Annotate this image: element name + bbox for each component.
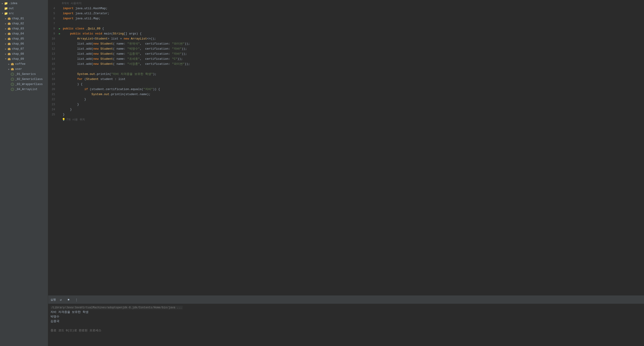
code-line: 12 list.add(new Student( name: "박명수", ce… [48,46,644,52]
line-number: 22 [48,97,57,102]
console-path: /Library/Java/JavaVirtualMachines/adopto… [50,306,183,309]
sidebar-item-src[interactable]: ▼📁src [0,11,48,16]
svg-rect-6 [8,33,10,35]
code-container[interactable]: 0개의 사용위치4import java.util.HashMap;5impor… [48,0,644,295]
code-line: 8▶public class _Quiz_09 { [48,26,644,31]
line-number: 17 [48,72,57,77]
tree-item-label: _03_WrapperClass [15,83,43,86]
tree-arrow-icon [7,73,10,76]
code-line: 16 [48,67,644,72]
line-number: 25 [48,112,57,117]
code-content: } [62,97,644,102]
code-line: 23 } [48,102,644,107]
code-content: list.add(new Student( name: "서장훈", certi… [62,62,644,67]
svg-rect-18 [11,63,14,65]
tree-item-label: chap_06 [12,42,24,46]
more-icon: ⋮ [75,298,78,302]
code-line: 4import java.util.HashMap; [48,6,644,11]
svg-rect-8 [8,38,10,40]
sidebar-item-_03_WrapperClass[interactable]: C_03_WrapperClass [0,82,48,87]
code-line: 21 System.out.println(student.name); [48,92,644,97]
code-line: 24 } [48,107,644,112]
sidebar-item-_04_ArrayList[interactable]: C_04_ArrayList [0,87,48,92]
code-content: import java.util.Iterator; [62,11,644,16]
console-output-line [50,324,642,328]
tree-arrow-icon: ▶ [7,63,10,66]
svg-rect-11 [8,43,10,43]
sidebar-item-chap_09[interactable]: ▼chap_09 [0,57,48,62]
tree-item-label: chap_01 [12,17,24,20]
line-number: 9 [48,31,57,36]
sidebar-item-chap_07[interactable]: ▶chap_07 [0,46,48,52]
code-line: 5import java.util.Iterator; [48,11,644,16]
hint-top-text: 0개의 사용위치 [48,1,82,6]
restart-button[interactable]: ↺ [58,297,64,303]
svg-rect-9 [8,38,10,38]
tree-arrow-icon: ▶ [4,32,7,35]
tree-arrow-icon: ▶ [4,22,7,25]
code-line: 6import java.util.Map; [48,16,644,21]
code-content: list.add(new Student( name: "유재석", certi… [62,41,644,46]
line-number: 14 [48,57,57,62]
code-content: ) { [62,82,644,87]
sidebar-item-chap_03[interactable]: ▶chap_03 [0,26,48,31]
console-output-line: 김종국 [50,319,642,324]
line-number: 19 [48,82,57,87]
sidebar-item-chap_04[interactable]: ▶chap_04 [0,31,48,36]
code-content: System.out.println("자바 자격증을 보유한 학생"); [62,72,644,77]
console-output-line: 종료 코드 0(으)로 완료된 프로세스 [50,328,642,333]
code-content: import java.util.HashMap; [62,6,644,11]
svg-rect-5 [8,28,10,28]
line-number: 11 [48,41,57,46]
code-line: 19 ) { [48,82,644,87]
tree-item-label: chap_07 [12,47,24,51]
code-line: 7 [48,21,644,26]
stop-button[interactable]: ■ [66,297,72,303]
tree-item-label: _04_ArrayList [15,88,38,91]
sidebar-item-chap_01[interactable]: ▶chap_01 [0,16,48,21]
code-line: 15 list.add(new Student( name: "서장훈", ce… [48,62,644,67]
tree-item-label: coffee [15,63,26,66]
sidebar-item-user[interactable]: ▶user [0,67,48,72]
svg-rect-1 [8,18,10,18]
sidebar-item-_02_GenericClass[interactable]: C_02_GenericClass [0,77,48,82]
tree-arrow-icon: ▶ [7,68,10,71]
hint-bottom: 💡7개 사용 위치 [48,117,644,122]
run-arrow-icon[interactable]: ▶ [57,26,62,31]
code-line: 17 System.out.println("자바 자격증을 보유한 학생"); [48,72,644,77]
sidebar-item-out[interactable]: 📁out [0,6,48,11]
hint-bottom-text: 💡7개 사용 위치 [48,117,85,122]
line-number: 23 [48,102,57,107]
tree-item-label: .idea [9,2,18,5]
code-content: public static void main(String[] args) { [62,31,644,36]
console-output[interactable]: /Library/Java/JavaVirtualMachines/adopto… [48,304,644,346]
folder-icon: 📁 [4,2,8,5]
sidebar-item-chap_02[interactable]: ▶chap_02 [0,21,48,26]
run-arrow-icon[interactable]: ▶ [57,31,62,36]
more-button[interactable]: ⋮ [74,297,79,303]
sidebar-item-_01_Generics[interactable]: C_01_Generics [0,72,48,77]
class-icon: C [10,72,14,76]
code-content: if (student.certification.equals("자바")) … [62,87,644,92]
code-line: 10 ArrayList<Student> list = new ArrayLi… [48,36,644,41]
svg-rect-14 [8,53,10,55]
tree-item-label: chap_02 [12,22,24,25]
class-icon: C [10,88,14,91]
sidebar: ▶📁.idea📁out▼📁src▶chap_01▶chap_02▶chap_03… [0,0,48,346]
svg-text:C: C [12,79,13,80]
svg-rect-3 [8,23,10,23]
package-icon [7,42,11,46]
tree-arrow-icon: ▶ [4,42,7,46]
tree-item-label: src [9,12,14,15]
package-icon [7,52,11,56]
code-line: 22 } [48,97,644,102]
tree-arrow-icon: ▶ [4,52,7,56]
sidebar-item-chap_05[interactable]: ▶chap_05 [0,36,48,41]
sidebar-item-idea[interactable]: ▶📁.idea [0,1,48,6]
class-icon: C [10,77,14,81]
line-number: 7 [48,21,57,26]
tree-item-label: chap_04 [12,32,24,35]
sidebar-item-chap_06[interactable]: ▶chap_06 [0,41,48,46]
sidebar-item-chap_08[interactable]: ▶chap_08 [0,52,48,57]
sidebar-item-coffee[interactable]: ▶coffee [0,62,48,67]
